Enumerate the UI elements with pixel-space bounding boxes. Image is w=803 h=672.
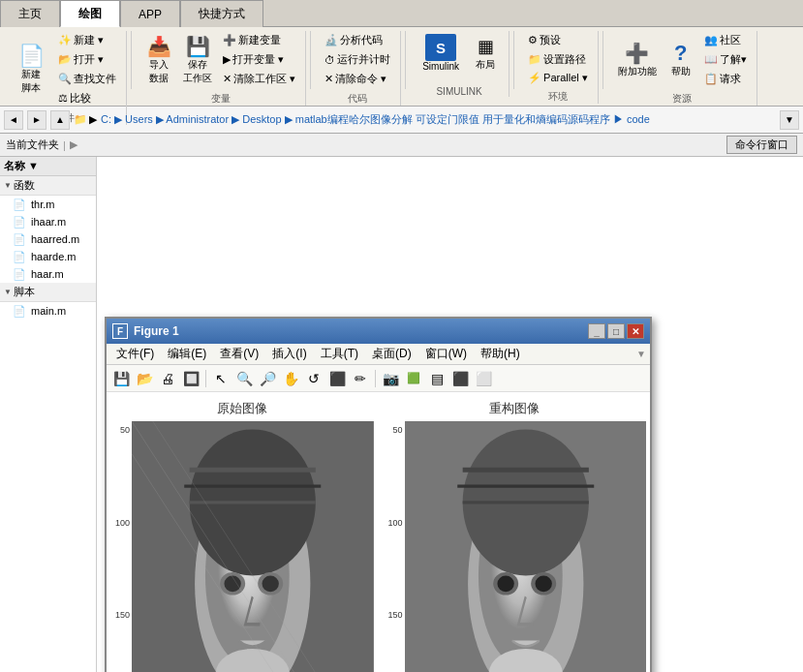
fig-rotate-button[interactable]: ↺ [303, 368, 324, 389]
fig-toolbar-sep1 [205, 370, 206, 387]
cmd-window-button[interactable]: 命令行窗口 [726, 136, 797, 154]
figure-menubar: 文件(F) 编辑(E) 查看(V) 插入(I) 工具(T) 桌面(D) 窗口(W… [107, 344, 650, 365]
functions-label: 函数 [14, 178, 35, 193]
resources-group-label: 资源 [672, 90, 692, 106]
save-workspace-button[interactable]: 💾 保存 工作区 [178, 32, 217, 88]
sidebar: 名称 ▼ ▼ 函数 📄 thr.m 📄 ihaar.m 📄 haarred.m … [0, 157, 97, 672]
compare-button[interactable]: ⚖ 比较 [54, 89, 120, 107]
figure-menu-desktop[interactable]: 桌面(D) [366, 344, 417, 364]
sidebar-item-haarred[interactable]: 📄 haarred.m [0, 230, 96, 248]
find-files-button[interactable]: 🔍 查找文件 [54, 70, 120, 88]
tab-main[interactable]: 主页 [0, 0, 60, 27]
fig-open-button[interactable]: 📂 [134, 368, 155, 389]
figure-menu-help[interactable]: 帮助(H) [475, 344, 526, 364]
learn-button[interactable]: 📖 了解▾ [700, 50, 751, 69]
tab-draw[interactable]: 绘图 [60, 0, 120, 27]
fig-copy-button[interactable]: 🔲 [180, 368, 201, 389]
figure-menu-view[interactable]: 查看(V) [214, 344, 264, 364]
ribbon: 📄 新建 脚本 ✨ 新建 ▾ 📂 打开 ▾ 🔍 查找文件 ⚖ [0, 27, 803, 107]
sidebar-item-ihaar[interactable]: 📄 ihaar.m [0, 213, 96, 230]
reconstructed-portrait-svg [405, 421, 647, 672]
set-path-button[interactable]: 📁 设置路径 [524, 50, 592, 69]
fig-zoom-in-button[interactable]: 🔍 [233, 368, 255, 389]
breadcrumb-separator: | [63, 139, 66, 151]
parallel-button[interactable]: ⚡ Parallel ▾ [524, 70, 592, 86]
fig-colormap-button[interactable]: 🟩 [403, 368, 424, 389]
run-timer-button[interactable]: ⏱ 运行并计时 [321, 50, 394, 69]
svg-point-11 [263, 575, 279, 592]
reconstructed-plot-container: 重构图像 50 100 150 200 250 [384, 400, 647, 672]
new-button[interactable]: ✨ 新建 ▾ [54, 31, 120, 49]
fig-save-button[interactable]: 💾 [110, 368, 132, 389]
main-area: 名称 ▼ ▼ 函数 📄 thr.m 📄 ihaar.m 📄 haarred.m … [0, 157, 803, 672]
fig-print-button[interactable]: 🖨 [157, 368, 178, 389]
find-icon: 🔍 [58, 73, 72, 85]
parallel-icon: ⚡ [528, 72, 541, 84]
sidebar-item-main[interactable]: 📄 main.m [0, 302, 96, 320]
back-button[interactable]: ◄ [4, 110, 23, 130]
figure-menu-window[interactable]: 窗口(W) [419, 344, 473, 364]
figure-menu-arrow-icon: ▼ [636, 349, 646, 359]
variable-group-label: 变量 [211, 90, 231, 106]
analyze-code-button[interactable]: 🔬 分析代码 [321, 31, 394, 49]
fig-datacursor-button[interactable]: ⬛ [326, 368, 348, 389]
fig-select-button[interactable]: ↖ [210, 368, 232, 389]
open-icon: 📂 [58, 53, 72, 66]
fig-camera-button[interactable]: 📷 [380, 368, 401, 389]
figure-title: Figure 1 [134, 324, 588, 338]
open-variable-button[interactable]: ▶ 打开变量 ▾ [219, 50, 299, 69]
haarred-file-icon: 📄 [12, 231, 27, 247]
sidebar-item-haar[interactable]: 📄 haar.m [0, 265, 96, 283]
thr-file-icon: 📄 [12, 197, 27, 212]
figure-close-button[interactable]: ✕ [627, 323, 644, 339]
open-var-icon: ▶ [223, 53, 231, 66]
preset-button[interactable]: ⚙ 预设 [524, 31, 592, 49]
add-func-button[interactable]: ➕ 附加功能 [613, 39, 662, 81]
simulink-button[interactable]: S Simulink [416, 31, 466, 75]
tab-app[interactable]: APP [120, 0, 180, 27]
forward-button[interactable]: ► [27, 110, 46, 130]
fig-brush-button[interactable]: ✏ [350, 368, 371, 389]
sidebar-section-scripts[interactable]: ▼ 脚本 [0, 283, 96, 302]
ribbon-group-code: 🔬 分析代码 ⏱ 运行并计时 ✕ 清除命令 ▾ 代码 [315, 31, 401, 106]
figure-minimize-button[interactable]: _ [588, 323, 605, 339]
simulink-group-label: SIMULINK [436, 84, 481, 97]
simulink-icon: S [425, 34, 456, 61]
analyze-icon: 🔬 [324, 34, 338, 46]
import-icon: 📥 [147, 35, 170, 58]
environment-group-label: 环境 [548, 88, 568, 104]
original-plot-image [132, 421, 374, 672]
fig-legend-button[interactable]: ⬛ [449, 368, 471, 389]
figure-menu-tools[interactable]: 工具(T) [315, 344, 364, 364]
figure-maximize-button[interactable]: □ [607, 323, 625, 339]
path-icon: 📁 [528, 53, 541, 66]
clear-workspace-button[interactable]: ✕ 清除工作区 ▾ [219, 70, 299, 88]
tab-shortcut[interactable]: 快捷方式 [180, 0, 263, 27]
add-func-icon: ➕ [626, 42, 649, 65]
fig-pan-button[interactable]: ✋ [280, 368, 301, 389]
layout-button[interactable]: ▦ 布局 [468, 32, 503, 75]
new-variable-button[interactable]: ➕ 新建变量 [219, 31, 299, 49]
sidebar-section-name-header: 名称 ▼ [0, 157, 96, 176]
haar-file-icon: 📄 [12, 266, 27, 282]
code-group-label: 代码 [348, 90, 367, 106]
open-button[interactable]: 📂 打开 ▾ [54, 50, 120, 69]
sidebar-item-thr[interactable]: 📄 thr.m [0, 196, 96, 213]
fig-grid-button[interactable]: ▤ [426, 368, 448, 389]
fig-zoom-out-button[interactable]: 🔎 [257, 368, 278, 389]
sidebar-section-functions[interactable]: ▼ 函数 [0, 176, 96, 196]
figure-menu-edit[interactable]: 编辑(E) [162, 344, 212, 364]
request-button[interactable]: 📋 请求 [700, 70, 751, 88]
figure-menu-insert[interactable]: 插入(I) [266, 344, 312, 364]
sidebar-item-haarde[interactable]: 📄 haarde.m [0, 248, 96, 265]
import-data-button[interactable]: 📥 导入 数据 [141, 32, 176, 88]
fig-colorbar-button[interactable]: ⬜ [473, 368, 494, 389]
figure-menu-file[interactable]: 文件(F) [110, 344, 160, 364]
clear-commands-button[interactable]: ✕ 清除命令 ▾ [321, 70, 394, 88]
new-script-button[interactable]: 📄 新建 脚本 [10, 42, 52, 98]
help-button[interactable]: ? 帮助 [664, 39, 698, 81]
up-button[interactable]: ▲ [50, 110, 70, 130]
community-button[interactable]: 👥 社区 [700, 31, 751, 49]
clear-cmd-icon: ✕ [324, 73, 333, 85]
path-dropdown-button[interactable]: ▼ [780, 110, 799, 130]
